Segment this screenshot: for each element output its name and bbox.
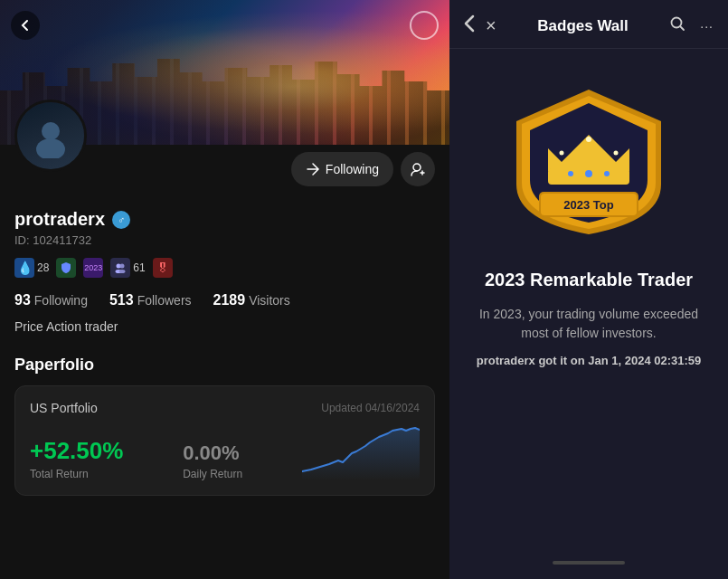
- search-circle: [410, 11, 439, 40]
- back-button[interactable]: [11, 11, 40, 40]
- daily-return-label: Daily Return: [183, 468, 242, 480]
- badge-group-icon: [110, 258, 130, 278]
- daily-return-value: 0.00%: [183, 442, 242, 464]
- badge-description: In 2023, your trading volume exceeded mo…: [468, 305, 710, 343]
- stats-row: 93 Following 513 Followers 2189 Visitors: [14, 292, 435, 308]
- user-id: ID: 102411732: [14, 233, 435, 247]
- add-friend-button[interactable]: [401, 152, 435, 186]
- svg-point-10: [568, 171, 573, 176]
- svg-point-12: [560, 151, 564, 156]
- svg-point-2: [413, 164, 421, 171]
- left-panel: Following protraderx ♂ ID: 102411732 💧 2…: [0, 0, 449, 579]
- portfolio-card[interactable]: US Portfolio Updated 04/16/2024 +52.50% …: [14, 385, 435, 496]
- crown-badge-image: 2023 Top: [498, 67, 679, 248]
- badge-shield[interactable]: [56, 258, 76, 278]
- badge-title: 2023 Remarkable Trader: [485, 270, 693, 290]
- svg-point-1: [36, 138, 65, 158]
- badges-header: × Badges Wall ···: [449, 0, 728, 49]
- followers-label: Followers: [137, 293, 192, 308]
- recipient-name: protraderx: [477, 354, 535, 367]
- bio: Price Action trader: [14, 319, 435, 334]
- svg-point-9: [585, 170, 592, 177]
- avatar: [14, 100, 87, 172]
- badge-water-icon: 💧: [14, 258, 34, 278]
- badge-flag-icon: 🎖: [153, 258, 173, 278]
- badge-recipient: protraderx got it on Jan 1, 2024 02:31:5…: [477, 354, 702, 367]
- header-icons: ···: [669, 15, 714, 36]
- username: protraderx: [14, 209, 105, 230]
- svg-point-0: [42, 122, 60, 140]
- stat-followers[interactable]: 513 Followers: [109, 292, 192, 308]
- svg-point-6: [119, 270, 126, 273]
- returns-row: +52.50% Total Return 0.00% Daily Return: [30, 426, 420, 480]
- stat-visitors[interactable]: 2189 Visitors: [213, 292, 290, 308]
- following-count: 93: [14, 292, 31, 308]
- badges-row: 💧 28 2023: [14, 258, 435, 278]
- gender-icon: ♂: [112, 211, 130, 229]
- stat-following[interactable]: 93 Following: [14, 292, 88, 308]
- right-panel: × Badges Wall ···: [449, 0, 728, 579]
- portfolio-header: US Portfolio Updated 04/16/2024: [30, 401, 420, 415]
- following-label: Following: [326, 162, 379, 176]
- visitors-count: 2189: [213, 292, 246, 308]
- svg-text:2023 Top: 2023 Top: [563, 198, 613, 212]
- close-button[interactable]: ×: [486, 15, 496, 36]
- recipient-action: got it on Jan 1, 2024 02:31:59: [538, 354, 701, 367]
- visitors-label: Visitors: [249, 293, 290, 308]
- scroll-indicator: [449, 546, 728, 579]
- badge-group-count: 61: [133, 261, 145, 274]
- followers-count: 513: [109, 292, 134, 308]
- svg-point-14: [614, 151, 619, 156]
- total-return-value: +52.50%: [30, 438, 123, 464]
- search-button[interactable]: [669, 15, 685, 36]
- badge-2023-icon: 2023: [83, 258, 103, 278]
- paperfolio-title: Paperfolio: [14, 356, 435, 375]
- badge-group[interactable]: 61: [110, 258, 145, 278]
- total-return-label: Total Return: [30, 468, 123, 480]
- profile-info: protraderx ♂ ID: 102411732 💧 28 2023: [0, 195, 449, 334]
- badge-shield-icon: [56, 258, 76, 278]
- portfolio-name: US Portfolio: [30, 401, 98, 415]
- mini-chart: [302, 426, 420, 480]
- svg-point-4: [120, 264, 125, 269]
- avatar-inner: [17, 102, 84, 169]
- more-button[interactable]: ···: [700, 19, 714, 33]
- badge-content: 2023 Top 2023 Remarkable Trader In 2023,…: [449, 49, 728, 546]
- svg-point-13: [586, 137, 591, 142]
- badges-wall-title: Badges Wall: [496, 17, 670, 35]
- paperfolio-section: Paperfolio US Portfolio Updated 04/16/20…: [0, 356, 449, 496]
- back-button-right[interactable]: [464, 14, 475, 37]
- badge-water-count: 28: [37, 261, 49, 274]
- daily-return-item: 0.00% Daily Return: [183, 442, 242, 480]
- badge-flag[interactable]: 🎖: [153, 258, 173, 278]
- badge-water[interactable]: 💧 28: [14, 258, 49, 278]
- scroll-bar: [553, 561, 625, 565]
- badge-2023[interactable]: 2023: [83, 258, 103, 278]
- profile-actions: Following: [291, 152, 435, 186]
- following-button[interactable]: Following: [291, 152, 393, 186]
- updated-date: Updated 04/16/2024: [321, 402, 420, 414]
- following-label-stat: Following: [34, 293, 88, 308]
- username-row: protraderx ♂: [14, 209, 435, 230]
- svg-point-7: [672, 18, 682, 28]
- total-return-item: +52.50% Total Return: [30, 438, 123, 480]
- svg-point-11: [604, 171, 610, 176]
- header-left: ×: [464, 14, 496, 37]
